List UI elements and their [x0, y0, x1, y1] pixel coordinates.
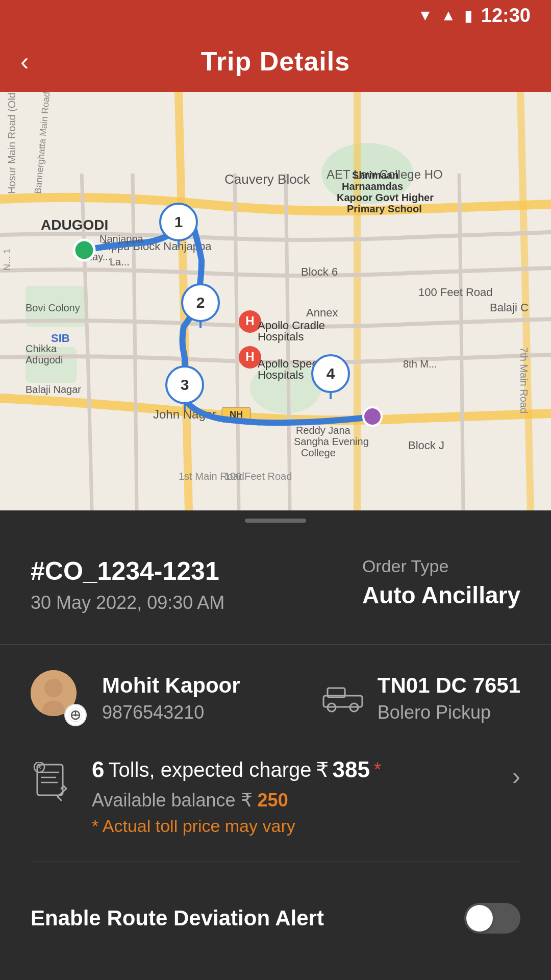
vehicle-plate: TN01 DC 7651 [378, 673, 520, 698]
map-svg: H H Cauvery Block AET Law College HO ADU… [0, 92, 551, 510]
svg-text:ADUGODI: ADUGODI [41, 217, 108, 233]
svg-text:Harnaamdas: Harnaamdas [342, 181, 403, 192]
status-bar: ▼ ▲ ▮ 12:30 [0, 0, 551, 31]
svg-text:La...: La... [110, 256, 130, 267]
toll-count: 6 [92, 757, 104, 782]
vehicle-details: TN01 DC 7651 Bolero Pickup [378, 673, 520, 723]
svg-text:College: College [301, 447, 336, 458]
order-left: #CO_1234-1231 30 May 2022, 09:30 AM [31, 556, 224, 614]
svg-text:Hosur Main Road (Old NH 7): Hosur Main Road (Old NH 7) [6, 92, 17, 194]
vehicle-info: TN01 DC 7651 Bolero Pickup [322, 673, 520, 723]
driver-badge [64, 704, 87, 726]
route-deviation-toggle[interactable] [464, 903, 520, 934]
order-id: #CO_1234-1231 [31, 556, 224, 586]
svg-text:Kapoor Govt Higher: Kapoor Govt Higher [337, 192, 434, 203]
svg-point-62 [44, 679, 63, 697]
content-panel: #CO_1234-1231 30 May 2022, 09:30 AM Orde… [0, 531, 551, 974]
svg-text:1: 1 [174, 213, 183, 230]
svg-text:Chikka: Chikka [26, 343, 57, 354]
svg-text:Adugodi: Adugodi [26, 354, 63, 365]
toll-icon: ₹ [31, 757, 77, 808]
svg-text:Sangha Evening: Sangha Evening [294, 436, 369, 447]
svg-text:4: 4 [327, 365, 335, 382]
map-container: H H Cauvery Block AET Law College HO ADU… [0, 92, 551, 510]
svg-text:SIB: SIB [51, 332, 70, 345]
svg-text:7th Main Road: 7th Main Road [518, 347, 530, 413]
svg-text:H: H [245, 314, 254, 328]
svg-text:N... 1: N... 1 [2, 249, 12, 271]
order-info-row: #CO_1234-1231 30 May 2022, 09:30 AM Orde… [31, 556, 520, 614]
avatar-container [31, 670, 87, 726]
back-button[interactable]: ‹ [20, 48, 29, 74]
toll-text: Tolls, expected charge [108, 758, 311, 781]
svg-text:Cauvery Block: Cauvery Block [224, 172, 311, 187]
divider-1 [0, 644, 551, 645]
driver-phone: 9876543210 [102, 702, 240, 723]
svg-text:Primary School: Primary School [347, 203, 422, 214]
order-right: Order Type Auto Ancillary [362, 556, 520, 609]
svg-text:Shrimaan: Shrimaan [352, 169, 398, 181]
route-deviation-label: Enable Route Deviation Alert [31, 906, 324, 930]
chevron-right-icon[interactable]: › [512, 757, 520, 790]
toll-note: * Actual toll price may vary [92, 816, 497, 836]
toggle-knob [466, 905, 493, 932]
toll-balance-amount: 250 [258, 790, 288, 811]
battery-icon: ▮ [464, 7, 473, 24]
svg-text:100 Feet Road: 100 Feet Road [418, 286, 493, 299]
svg-point-45 [74, 240, 94, 260]
svg-text:Block 6: Block 6 [301, 265, 338, 278]
toll-rupee: ₹ [316, 758, 329, 781]
status-time: 12:30 [481, 5, 531, 27]
toll-main: 6 Tolls, expected charge ₹ 385 * [92, 757, 497, 782]
vehicle-type: Bolero Pickup [378, 702, 520, 723]
toll-balance-rupee: ₹ [241, 790, 253, 811]
svg-text:8th M...: 8th M... [403, 358, 437, 370]
svg-point-66 [74, 714, 77, 717]
driver-details: Mohit Kapoor 9876543210 [102, 673, 240, 723]
driver-info: Mohit Kapoor 9876543210 [31, 670, 240, 726]
page-title: Trip Details [201, 46, 350, 77]
signal-icon: ▲ [441, 7, 456, 24]
wifi-icon: ▼ [417, 7, 433, 24]
svg-text:Bovi Colony: Bovi Colony [26, 302, 80, 313]
order-type-value: Auto Ancillary [362, 581, 520, 609]
header: ‹ Trip Details [0, 31, 551, 92]
toll-section[interactable]: ₹ 6 Tolls, expected charge ₹ 385 * Avail… [31, 757, 520, 862]
svg-text:Block J: Block J [408, 439, 444, 452]
driver-vehicle-row: Mohit Kapoor 9876543210 TN01 DC 7651 Bol… [31, 670, 520, 726]
toll-content: 6 Tolls, expected charge ₹ 385 * Availab… [92, 757, 497, 836]
svg-text:Annex: Annex [306, 306, 338, 319]
svg-text:Nanjappa: Nanjappa [99, 233, 144, 244]
toll-asterisk: * [374, 759, 381, 780]
svg-text:Balaji Nagar: Balaji Nagar [26, 384, 81, 395]
order-date: 30 May 2022, 09:30 AM [31, 592, 224, 614]
toll-balance-row: Available balance ₹ 250 [92, 790, 497, 811]
svg-text:3: 3 [181, 376, 189, 393]
toll-amount: 385 [333, 757, 370, 782]
svg-text:Reddy Jana: Reddy Jana [296, 425, 351, 436]
svg-rect-75 [37, 765, 63, 795]
handle-bar [245, 519, 306, 523]
svg-text:Hospitals: Hospitals [258, 330, 304, 343]
svg-text:Hospitals: Hospitals [258, 369, 304, 381]
svg-text:₹: ₹ [38, 764, 41, 770]
svg-text:100 Feet Road: 100 Feet Road [224, 471, 292, 482]
svg-text:H: H [245, 350, 254, 363]
route-deviation-row: Enable Route Deviation Alert [31, 888, 520, 949]
svg-line-82 [58, 797, 61, 800]
driver-name: Mohit Kapoor [102, 673, 240, 698]
vehicle-icon [322, 678, 363, 719]
status-icons: ▼ ▲ ▮ 12:30 [417, 5, 531, 27]
svg-point-46 [363, 407, 382, 426]
toll-balance-label: Available balance [92, 790, 236, 811]
order-type-label: Order Type [362, 556, 520, 576]
svg-text:Balaji C: Balaji C [490, 301, 529, 314]
svg-text:2: 2 [196, 294, 205, 311]
drag-handle[interactable] [0, 510, 551, 531]
